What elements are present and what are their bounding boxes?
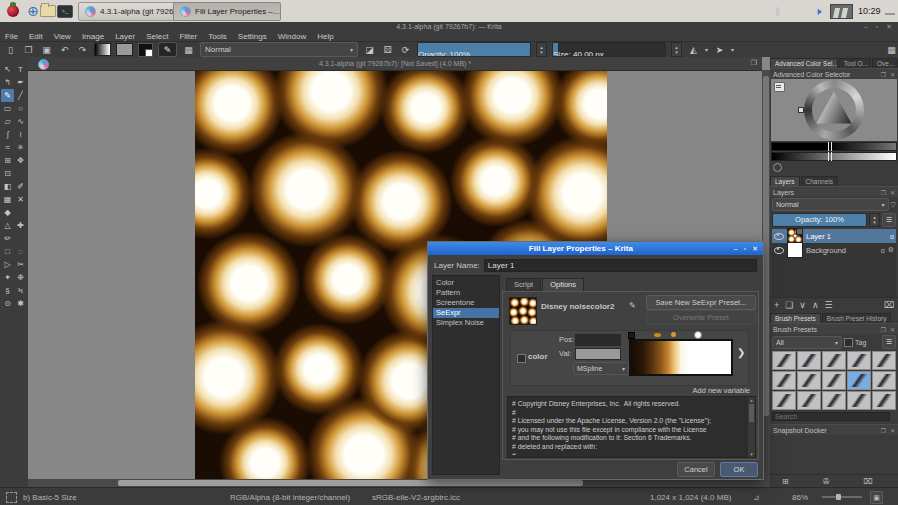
zoom-level[interactable]: 86% bbox=[792, 493, 808, 502]
alpha-lock-icon[interactable]: α bbox=[890, 233, 894, 240]
type-screentone[interactable]: Screentone bbox=[433, 298, 499, 308]
tool-transform[interactable]: ⊞ bbox=[1, 154, 14, 167]
tab-brush-presets[interactable]: Brush Presets bbox=[770, 313, 821, 323]
tool-pattern-edit[interactable]: ▦ bbox=[1, 193, 14, 206]
size-spinner[interactable]: ▴▾ bbox=[671, 42, 682, 57]
opacity-spinner[interactable]: ▴▾ bbox=[536, 42, 547, 57]
color-ramp[interactable] bbox=[629, 339, 733, 376]
tab-tool-options[interactable]: Tool O... bbox=[839, 58, 871, 68]
tool-freehand-path[interactable]: ≀ bbox=[14, 128, 27, 141]
taskbar-window-krita[interactable]: 4.3.1-alpha (git 7926... bbox=[78, 2, 184, 21]
tool-dynamic-brush[interactable]: ≈ bbox=[1, 141, 14, 154]
snapshot-new-icon[interactable]: ⊞ bbox=[782, 477, 789, 486]
tab-options[interactable]: Options bbox=[542, 278, 584, 292]
move-layer-down-button[interactable]: ∨ bbox=[799, 300, 806, 310]
pos-input[interactable] bbox=[575, 334, 621, 346]
cancel-button[interactable]: Cancel bbox=[677, 462, 715, 477]
menu-help[interactable]: Help bbox=[317, 32, 333, 41]
type-simplex-noise[interactable]: Simplex Noise bbox=[433, 318, 499, 328]
terminal-icon[interactable]: >_ bbox=[57, 3, 73, 19]
layer-opacity-slider[interactable]: Opacity: 100% bbox=[772, 213, 867, 227]
volume-icon[interactable]: 🕨 bbox=[810, 3, 826, 19]
tool-zoom[interactable]: ⊙ bbox=[1, 297, 14, 310]
color-selector[interactable] bbox=[771, 79, 897, 141]
gradient-stop-white[interactable] bbox=[694, 331, 702, 339]
layer-settings-icon[interactable]: ⚙ bbox=[888, 246, 894, 254]
cpu-monitor[interactable] bbox=[830, 4, 853, 19]
fg-bg-color-chooser[interactable] bbox=[138, 43, 153, 57]
layer-row-layer1[interactable]: Layer 1 α bbox=[772, 229, 896, 243]
tab-overview[interactable]: Ove... bbox=[872, 58, 898, 68]
brush-filter-combo[interactable]: All ▾ bbox=[772, 336, 842, 349]
tool-multibrush[interactable]: ✳ bbox=[14, 141, 27, 154]
tool-move[interactable]: ✥ bbox=[14, 154, 27, 167]
gradient-stop-black[interactable] bbox=[628, 332, 635, 339]
acs-settings-icon[interactable] bbox=[774, 82, 785, 92]
float-icon[interactable]: ❐ bbox=[881, 326, 886, 333]
undo-icon[interactable]: ↶ bbox=[58, 45, 71, 55]
wrap-dropdown-icon[interactable]: ▾ bbox=[731, 46, 734, 53]
type-seexpr[interactable]: SeExpr bbox=[433, 308, 499, 318]
maximize-icon[interactable]: ▫ bbox=[744, 245, 746, 253]
tool-line[interactable]: ╱ bbox=[14, 89, 27, 102]
reset-values-icon[interactable]: ⟳ bbox=[399, 45, 412, 55]
val-input[interactable] bbox=[575, 348, 621, 360]
brush-preset[interactable] bbox=[797, 391, 821, 410]
tool-polygon-select[interactable]: ▷ bbox=[1, 258, 14, 271]
menu-edit[interactable]: Edit bbox=[29, 32, 43, 41]
taskbar-window-dialog[interactable]: Fill Layer Properties –... bbox=[173, 2, 281, 21]
script-preview[interactable]: # Copyright Disney Enterprises, Inc. All… bbox=[507, 396, 756, 458]
wrap-around-icon[interactable]: ➤ bbox=[713, 45, 726, 55]
close-icon[interactable]: ✕ bbox=[890, 71, 895, 78]
tool-select-shapes[interactable]: ↖ bbox=[1, 63, 14, 76]
blend-mode-combo[interactable]: Normal ▾ bbox=[200, 42, 358, 57]
dialog-titlebar[interactable]: Fill Layer Properties – Krita – ▫ ✕ bbox=[428, 242, 763, 255]
layer-thumbnail[interactable] bbox=[787, 242, 803, 258]
layer-list-menu-icon[interactable]: ☰ bbox=[882, 213, 896, 227]
opacity-slider[interactable]: Opacity: 100% bbox=[417, 42, 531, 57]
tab-advanced-color-selector[interactable]: Advanced Color Sel... bbox=[770, 58, 838, 68]
brush-search-input[interactable] bbox=[772, 412, 890, 421]
brush-preset[interactable] bbox=[797, 371, 821, 390]
tool-assistants[interactable]: ✏ bbox=[1, 232, 14, 245]
delete-layer-button[interactable]: ⌧ bbox=[884, 300, 894, 310]
menu-image[interactable]: Image bbox=[82, 32, 104, 41]
pattern-chooser[interactable] bbox=[116, 43, 133, 56]
next-variable-arrow[interactable]: ❯ bbox=[737, 347, 745, 358]
move-layer-up-button[interactable]: ∧ bbox=[812, 300, 819, 310]
filter-funnel-icon[interactable]: ▽ bbox=[891, 201, 896, 209]
menu-filter[interactable]: Filter bbox=[179, 32, 197, 41]
tool-ellipse[interactable]: ○ bbox=[14, 102, 27, 115]
new-document-icon[interactable]: ▯ bbox=[4, 45, 17, 55]
close-icon[interactable]: ✕ bbox=[890, 326, 895, 333]
close-icon[interactable]: ✕ bbox=[890, 189, 895, 196]
tool-enclose-fill[interactable]: △ bbox=[1, 219, 14, 232]
tool-ellipse-select[interactable]: ◌ bbox=[14, 245, 27, 258]
type-color[interactable]: Color bbox=[433, 278, 499, 288]
open-document-icon[interactable]: ❐ bbox=[22, 45, 35, 55]
float-icon[interactable]: ❐ bbox=[881, 189, 886, 196]
ring-handle[interactable] bbox=[798, 107, 804, 113]
menu-select[interactable]: Select bbox=[146, 32, 168, 41]
menu-settings[interactable]: Settings bbox=[238, 32, 267, 41]
value-gradient-bar[interactable] bbox=[771, 152, 897, 161]
os-menu-icon[interactable] bbox=[5, 3, 21, 19]
mirror-icon[interactable]: ◭ bbox=[687, 45, 700, 55]
tool-freehand-select[interactable]: ✂ bbox=[14, 258, 27, 271]
restore-icon[interactable]: ❐ bbox=[751, 59, 757, 67]
size-slider[interactable]: Size: 40.00 px bbox=[552, 42, 666, 57]
tool-calligraphy[interactable]: ✒ bbox=[14, 76, 27, 89]
brush-preset[interactable] bbox=[872, 371, 896, 390]
tool-text[interactable]: T bbox=[14, 63, 27, 76]
gradient-stop-orange[interactable] bbox=[654, 333, 661, 337]
snapshot-camera-icon[interactable]: ✇ bbox=[823, 477, 830, 486]
file-manager-icon[interactable] bbox=[40, 3, 56, 19]
tab-layers[interactable]: Layers bbox=[770, 176, 800, 186]
canvas-only-button[interactable]: ▣ bbox=[870, 491, 883, 504]
brush-preset[interactable] bbox=[797, 351, 821, 370]
scroll-down-icon[interactable]: ▾ bbox=[748, 451, 755, 457]
tool-measure[interactable]: ✕ bbox=[14, 193, 27, 206]
gradient-chooser[interactable] bbox=[94, 43, 111, 56]
tool-polygon[interactable]: ▱ bbox=[1, 115, 14, 128]
layer-opacity-spinner[interactable]: ▴▾ bbox=[869, 213, 880, 227]
